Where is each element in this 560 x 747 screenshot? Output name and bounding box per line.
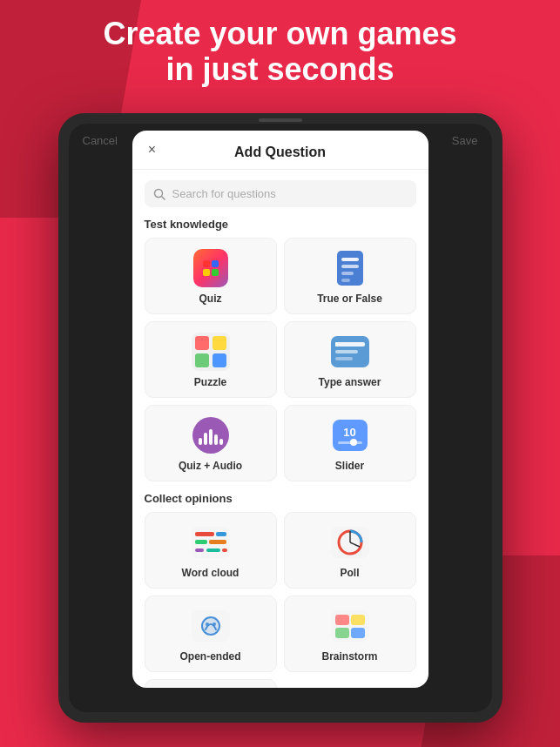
quiz-audio-card[interactable]: Quiz + Audio: [145, 405, 277, 481]
word-cloud-card[interactable]: Word cloud: [145, 512, 277, 589]
modal-close-button[interactable]: ×: [143, 140, 162, 159]
word-cloud-label: Word cloud: [182, 567, 240, 579]
svg-rect-36: [351, 628, 365, 638]
word-cloud-icon: [192, 523, 230, 562]
open-ended-card[interactable]: Open-ended: [145, 596, 277, 672]
svg-rect-19: [216, 532, 226, 536]
poll-icon: [331, 523, 369, 562]
svg-rect-20: [195, 540, 207, 544]
puzzle-label: Puzzle: [194, 376, 226, 388]
svg-rect-34: [351, 615, 365, 625]
modal-header: × Add Question: [132, 131, 428, 170]
svg-rect-16: [335, 342, 337, 347]
slider-label: Slider: [335, 460, 364, 472]
true-or-false-card[interactable]: True or False: [284, 238, 416, 314]
svg-rect-13: [335, 342, 365, 347]
svg-rect-23: [206, 548, 220, 552]
quiz-icon: [192, 249, 230, 287]
svg-point-30: [206, 622, 209, 626]
slider-card[interactable]: 10 Slider: [284, 405, 416, 481]
type-answer-icon: [331, 333, 369, 371]
svg-point-31: [213, 622, 216, 626]
quiz-audio-label: Quiz + Audio: [179, 460, 242, 472]
slider-icon: 10: [331, 416, 369, 454]
drop-pin-card[interactable]: Drop pin: [145, 679, 277, 688]
svg-rect-24: [222, 548, 227, 552]
search-placeholder: Search for questions: [172, 187, 276, 200]
svg-rect-35: [335, 628, 349, 638]
svg-rect-33: [335, 615, 349, 625]
section-test-knowledge-label: Test knowledge: [145, 218, 416, 231]
quiz-card[interactable]: Quiz: [145, 238, 277, 314]
svg-rect-15: [335, 357, 353, 360]
svg-line-1: [161, 196, 165, 199]
brainstorm-label: Brainstorm: [321, 650, 377, 663]
true-or-false-icon: [331, 249, 369, 287]
collect-opinions-grid: Word cloud Po: [145, 512, 416, 688]
svg-rect-8: [195, 336, 209, 350]
quiz-label: Quiz: [199, 293, 222, 305]
test-knowledge-grid: Quiz True or: [145, 238, 416, 481]
add-question-modal: × Add Question Search for questions Test…: [132, 131, 428, 688]
open-ended-icon: [192, 607, 230, 645]
svg-rect-14: [335, 350, 358, 353]
search-bar[interactable]: Search for questions: [145, 180, 416, 207]
true-or-false-label: True or False: [317, 293, 382, 305]
modal-overlay: × Add Question Search for questions Test…: [69, 124, 492, 712]
hero-section: Create your own games in just seconds: [0, 16, 560, 88]
tablet-screen: Cancel Create Kahoot Save × Add Question: [69, 124, 492, 712]
svg-rect-11: [213, 353, 226, 367]
svg-rect-10: [195, 353, 209, 367]
brainstorm-card[interactable]: Brainstorm: [284, 596, 416, 672]
svg-rect-18: [195, 532, 214, 536]
svg-rect-21: [209, 540, 226, 544]
poll-card[interactable]: Poll: [284, 512, 416, 589]
quiz-audio-icon: [192, 416, 230, 454]
search-icon: [153, 188, 165, 200]
puzzle-card[interactable]: Puzzle: [145, 321, 277, 398]
puzzle-icon: [192, 333, 230, 371]
svg-rect-3: [341, 258, 359, 261]
brainstorm-icon: [331, 607, 369, 645]
section-collect-opinions-label: Collect opinions: [145, 492, 416, 505]
open-ended-label: Open-ended: [179, 650, 240, 663]
poll-label: Poll: [340, 567, 359, 579]
tablet-frame: Cancel Create Kahoot Save × Add Question: [58, 113, 503, 723]
type-answer-card[interactable]: Type answer: [284, 321, 416, 398]
svg-rect-22: [195, 548, 204, 552]
svg-rect-5: [341, 272, 354, 275]
modal-title: Add Question: [234, 145, 326, 159]
type-answer-label: Type answer: [319, 376, 381, 388]
svg-rect-9: [213, 336, 226, 350]
svg-rect-4: [341, 265, 359, 268]
hero-title: Create your own games in just seconds: [0, 16, 560, 88]
svg-rect-6: [341, 279, 350, 282]
